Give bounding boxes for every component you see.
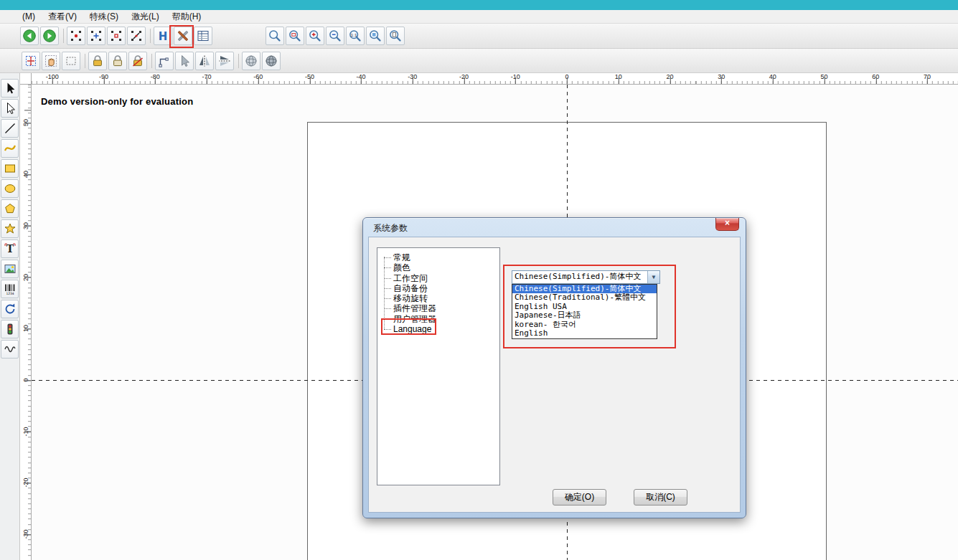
cancel-button[interactable]: 取消(C) (634, 489, 687, 506)
drawing-tool-palette: T1234 (0, 73, 20, 560)
dialog-title[interactable]: 系统参数 (373, 222, 408, 234)
zoom-window-icon[interactable] (286, 27, 304, 45)
ruler-label: -50 (305, 73, 314, 80)
back-icon[interactable] (20, 27, 39, 45)
mirror-horizontal-icon[interactable] (195, 52, 214, 70)
language-option[interactable]: English (512, 329, 657, 338)
object-list-icon[interactable] (194, 27, 212, 45)
chevron-down-icon[interactable]: ▼ (647, 271, 659, 283)
curve-tool-icon[interactable] (1, 139, 19, 158)
language-option[interactable]: English USA (512, 303, 657, 311)
toolbar-separator (82, 52, 88, 70)
pan-hand-icon[interactable] (42, 52, 60, 70)
ok-button[interactable]: 确定(O) (553, 489, 606, 506)
ruler-label: 10 (22, 325, 29, 332)
hatch-icon[interactable]: H (154, 27, 172, 45)
tree-item-language[interactable]: Language (382, 324, 497, 334)
pick-arrow-icon[interactable] (175, 52, 194, 70)
ruler-label: -10 (511, 73, 520, 80)
ellipse-tool-icon[interactable] (1, 179, 19, 198)
vertical-ruler: 50403020100-10-20-30 (20, 85, 32, 560)
menu-help[interactable]: 帮助(H) (166, 10, 208, 24)
toolbar-separator (149, 52, 155, 70)
ruler-label: 30 (22, 222, 29, 229)
toolbar-separator (147, 27, 154, 45)
ruler-label: -100 (46, 73, 59, 80)
language-option[interactable]: Japanese-日本語 (512, 311, 657, 320)
node-tool-2-icon[interactable] (87, 27, 105, 45)
ruler-label: -90 (99, 73, 108, 80)
zoom-actual-icon[interactable]: 1:1 (346, 27, 365, 45)
ruler-label: -40 (357, 73, 366, 80)
lock-light-icon[interactable] (108, 52, 127, 70)
rotate-tool-icon[interactable] (1, 300, 19, 318)
tree-item-用户管理器[interactable]: 用户管理器 (382, 314, 497, 324)
dialog-client-area: 常规颜色工作空间自动备份移动旋转插件管理器用户管理器Language Chine… (368, 237, 741, 513)
ruler-label: -70 (202, 73, 211, 80)
language-combobox[interactable]: Chinese(Simplified)-简体中文 ▼ (512, 270, 660, 284)
zoom-objects-icon[interactable] (366, 27, 385, 45)
tree-item-颜色[interactable]: 颜色 (382, 262, 497, 272)
wave-tool-icon[interactable] (1, 340, 19, 359)
svg-text:1:1: 1:1 (351, 33, 357, 37)
line-tool-icon[interactable] (1, 119, 19, 138)
tree-item-插件管理器[interactable]: 插件管理器 (382, 303, 497, 313)
ruler-label: -20 (22, 478, 29, 488)
language-dropdown-list: Chinese(Simplified)-简体中文Chinese(Traditio… (512, 284, 657, 339)
hatch-sphere-2-icon[interactable] (262, 52, 281, 70)
tree-item-工作空间[interactable]: 工作空间 (382, 273, 497, 283)
language-option[interactable]: korean- 한국어 (512, 321, 657, 329)
bitmap-tool-icon[interactable] (1, 260, 19, 278)
ruler-corner (20, 73, 32, 85)
tree-item-自动备份[interactable]: 自动备份 (382, 283, 497, 293)
language-combobox-value: Chinese(Simplified)-简体中文 (515, 272, 641, 281)
forward-icon[interactable] (40, 27, 59, 45)
language-option[interactable]: Chinese(Simplified)-简体中文 (512, 285, 657, 293)
svg-text:H: H (159, 30, 168, 43)
tree-item-移动旋转[interactable]: 移动旋转 (382, 293, 497, 303)
menu-laser[interactable]: 激光(L) (125, 10, 166, 24)
text-tool-icon[interactable]: T (1, 239, 19, 258)
menu-draw[interactable]: (M) (16, 11, 42, 22)
close-icon[interactable]: × (715, 218, 739, 231)
zoom-out-icon[interactable] (326, 27, 344, 45)
edit-toolbar (0, 49, 958, 73)
select-move-icon[interactable] (22, 52, 40, 70)
ruler-label: 20 (22, 274, 29, 281)
node-edit-tool-icon[interactable] (1, 99, 19, 118)
unlock-icon[interactable] (128, 52, 147, 70)
ruler-label: 30 (718, 73, 725, 80)
system-parameters-icon[interactable] (174, 27, 192, 45)
main-toolbar: H1:1 (0, 24, 958, 49)
toolbar-separator (60, 27, 67, 45)
ruler-label: 70 (924, 73, 931, 80)
barcode-tool-icon[interactable]: 1234 (1, 280, 19, 298)
marquee-icon[interactable] (62, 52, 80, 70)
ruler-label: -30 (22, 530, 29, 539)
zoom-dynamic-icon[interactable] (266, 27, 284, 45)
ruler-label: -20 (459, 73, 469, 80)
node-tool-3-icon[interactable] (107, 27, 126, 45)
settings-tree: 常规颜色工作空间自动备份移动旋转插件管理器用户管理器Language (377, 247, 500, 485)
star-tool-icon[interactable] (1, 219, 19, 238)
language-option[interactable]: Chinese(Traditional)-繁體中文 (512, 293, 657, 302)
polygon-tool-icon[interactable] (1, 199, 19, 218)
tree-item-常规[interactable]: 常规 (382, 252, 497, 262)
ruler-label: 50 (22, 119, 29, 126)
demo-watermark: Demo version-only for evaluation (41, 96, 193, 107)
svg-text:T: T (6, 243, 14, 255)
lock-icon[interactable] (88, 52, 107, 70)
node-tool-1-icon[interactable] (67, 27, 85, 45)
zoom-in-icon[interactable] (306, 27, 324, 45)
zoom-page-icon[interactable] (386, 27, 405, 45)
select-tool-icon[interactable] (1, 79, 19, 98)
hatch-sphere-1-icon[interactable] (242, 52, 260, 70)
laser-control-icon[interactable] (1, 320, 19, 338)
node-tool-4-icon[interactable] (127, 27, 146, 45)
menu-view[interactable]: 查看(V) (42, 10, 83, 24)
snap-corner-icon[interactable] (155, 52, 174, 70)
mirror-vertical-icon[interactable] (215, 52, 234, 70)
system-params-dialog: 系统参数 × 常规颜色工作空间自动备份移动旋转插件管理器用户管理器Languag… (362, 217, 746, 518)
rectangle-tool-icon[interactable] (1, 159, 19, 178)
menu-special[interactable]: 特殊(S) (83, 10, 125, 24)
